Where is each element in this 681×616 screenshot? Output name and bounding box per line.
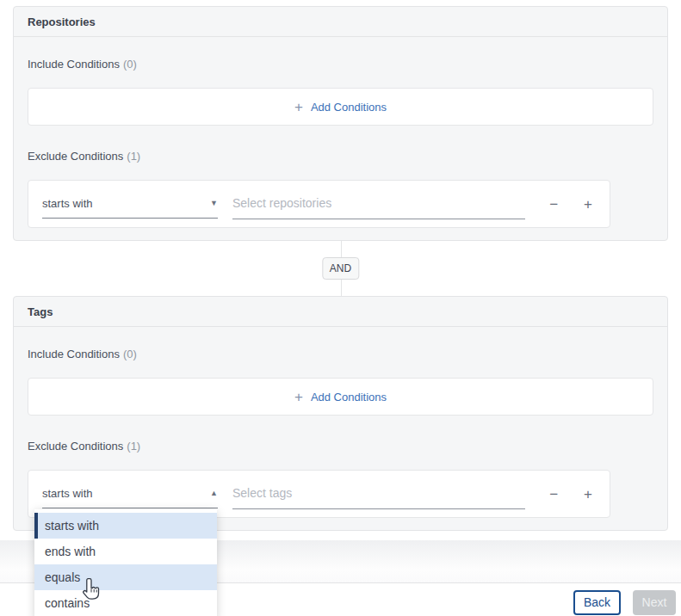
operator-select-value: starts with xyxy=(42,197,93,210)
exclude-conditions-text: Exclude Conditions xyxy=(28,150,123,163)
tags-panel: Tags Include Conditions(0) + Add Conditi… xyxy=(13,296,668,531)
add-conditions-button[interactable]: + Add Conditions xyxy=(28,378,653,416)
exclude-conditions-text: Exclude Conditions xyxy=(28,440,123,453)
include-conditions-label: Include Conditions(0) xyxy=(28,58,653,71)
remove-condition-button[interactable]: − xyxy=(546,195,561,213)
conditions-page: Repositories Include Conditions(0) + Add… xyxy=(0,6,681,616)
include-conditions-label: Include Conditions(0) xyxy=(28,348,653,360)
include-conditions-text: Include Conditions xyxy=(28,58,120,71)
operator-dropdown-menu: starts with ends with equals contains xyxy=(34,509,217,616)
chevron-down-icon: ▼ xyxy=(210,200,218,207)
select-repositories-input[interactable] xyxy=(232,196,525,210)
dropdown-option-ends-with[interactable]: ends with xyxy=(34,539,217,564)
operator-select-open[interactable]: starts with ▲ xyxy=(42,487,218,508)
chevron-up-icon: ▲ xyxy=(210,490,218,497)
add-conditions-button[interactable]: + Add Conditions xyxy=(28,88,653,126)
include-conditions-count: (0) xyxy=(123,348,137,360)
operator-select[interactable]: starts with ▼ xyxy=(42,197,218,219)
exclude-conditions-label: Exclude Conditions(1) xyxy=(28,150,653,163)
and-badge: AND xyxy=(322,257,359,280)
and-connector: AND xyxy=(0,241,681,296)
add-condition-row-button[interactable]: + xyxy=(580,195,596,213)
dropdown-option-starts-with[interactable]: starts with xyxy=(34,513,217,539)
select-tags-input[interactable] xyxy=(232,486,525,500)
dropdown-option-contains[interactable]: contains xyxy=(34,590,217,616)
operator-select-value: starts with xyxy=(42,487,93,500)
include-conditions-count: (0) xyxy=(123,58,137,71)
include-conditions-text: Include Conditions xyxy=(28,348,120,360)
add-conditions-label: Add Conditions xyxy=(311,391,387,403)
tags-panel-title: Tags xyxy=(14,297,667,327)
exclude-conditions-label: Exclude Conditions(1) xyxy=(28,440,653,453)
next-button[interactable]: Next xyxy=(633,590,676,615)
remove-condition-button[interactable]: − xyxy=(546,485,561,503)
repositories-panel-title: Repositories xyxy=(14,7,667,37)
add-condition-row-button[interactable]: + xyxy=(580,485,596,503)
exclude-conditions-count: (1) xyxy=(127,150,140,163)
tags-input-underline xyxy=(232,485,525,509)
plus-icon: + xyxy=(294,100,303,114)
exclude-condition-row: starts with ▼ − + xyxy=(28,180,610,228)
back-button[interactable]: Back xyxy=(573,590,621,615)
repositories-input-underline xyxy=(232,195,525,219)
exclude-conditions-count: (1) xyxy=(127,440,140,453)
repositories-panel: Repositories Include Conditions(0) + Add… xyxy=(13,6,668,241)
plus-icon: + xyxy=(294,390,303,404)
repositories-panel-body: Include Conditions(0) + Add Conditions E… xyxy=(14,37,667,240)
dropdown-option-equals[interactable]: equals xyxy=(34,564,217,590)
tags-panel-body: Include Conditions(0) + Add Conditions E… xyxy=(14,327,667,530)
add-conditions-label: Add Conditions xyxy=(311,101,387,114)
